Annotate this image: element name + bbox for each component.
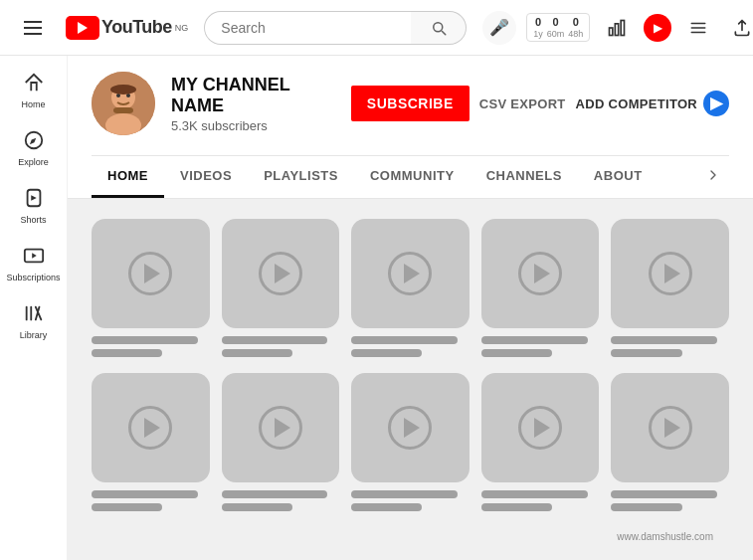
video-thumbnail-7 xyxy=(222,373,340,482)
stat-label-2: 60m xyxy=(547,29,565,40)
video-meta-line-3 xyxy=(351,349,422,357)
csv-export-button[interactable]: CSV EXPORT xyxy=(479,96,566,111)
sidebar-item-explore[interactable]: Explore xyxy=(4,121,64,175)
search-input[interactable] xyxy=(204,11,411,45)
video-title-line-7 xyxy=(222,490,328,498)
play-circle-6 xyxy=(128,406,172,450)
sidebar-item-subscriptions[interactable]: Subscriptions xyxy=(4,237,64,290)
video-title-line-4 xyxy=(481,336,588,344)
sidebar-item-shorts-label: Shorts xyxy=(20,215,46,225)
video-title-line-5 xyxy=(611,336,717,344)
video-card-7[interactable] xyxy=(222,373,340,511)
play-arrow-icon-2 xyxy=(275,264,290,283)
stat-label-1: 1y xyxy=(533,29,543,40)
video-title-line-8 xyxy=(351,490,458,498)
top-navigation: YouTubeNG 🎤 0 1y 0 60m 0 48h xyxy=(0,0,753,56)
channel-subscribers: 5.3K subscribers xyxy=(171,118,335,133)
nav-right: 🎤 0 1y 0 60m 0 48h ▶ xyxy=(482,11,753,45)
video-meta-line-6 xyxy=(92,503,162,511)
mic-button[interactable]: 🎤 xyxy=(482,11,516,45)
video-title-line-2 xyxy=(222,336,328,344)
stat-zero-1: 0 1y xyxy=(533,16,543,40)
video-meta-line-5 xyxy=(611,349,681,357)
video-card-3[interactable] xyxy=(351,219,470,357)
tabs-scroll-right[interactable] xyxy=(697,159,729,195)
play-arrow-icon-9 xyxy=(534,418,550,438)
play-circle-5 xyxy=(649,252,692,295)
video-card-6[interactable] xyxy=(92,373,210,511)
video-title-line-9 xyxy=(481,490,588,498)
hamburger-icon xyxy=(24,21,42,35)
youtube-country-code: NG xyxy=(175,23,189,33)
video-row-2 xyxy=(92,373,729,511)
video-title-line-1 xyxy=(92,336,198,344)
stat-num-1: 0 xyxy=(535,16,541,29)
stat-num-3: 0 xyxy=(573,16,579,29)
video-meta-line-7 xyxy=(222,503,292,511)
play-arrow-icon-3 xyxy=(404,264,420,283)
subscribe-button[interactable]: SUBSCRIBE xyxy=(351,86,470,121)
tab-channels[interactable]: CHANNELS xyxy=(471,156,578,198)
channel-avatar xyxy=(92,72,155,135)
video-title-line-10 xyxy=(611,490,717,498)
sidebar-item-library[interactable]: Library xyxy=(4,294,64,348)
play-button[interactable]: ▶ xyxy=(644,14,671,42)
video-thumbnail-10 xyxy=(611,373,729,482)
tab-videos[interactable]: VIDEOS xyxy=(164,156,248,198)
upload-button[interactable] xyxy=(725,11,753,45)
video-card-10[interactable] xyxy=(611,373,729,511)
video-card-5[interactable] xyxy=(611,219,729,357)
svg-rect-1 xyxy=(616,23,619,35)
sidebar-item-library-label: Library xyxy=(20,330,48,340)
video-card-9[interactable] xyxy=(481,373,600,511)
video-card-1[interactable] xyxy=(92,219,210,357)
stat-label-3: 48h xyxy=(568,29,583,40)
tab-home[interactable]: HOME xyxy=(92,156,164,198)
tab-community[interactable]: COMMUNITY xyxy=(354,156,471,198)
play-arrow-icon-5 xyxy=(664,264,680,283)
video-card-2[interactable] xyxy=(222,219,340,357)
svg-point-22 xyxy=(110,85,136,94)
play-circle-10 xyxy=(649,406,692,450)
main-layout: Home Explore Shorts Subscriptions Librar… xyxy=(0,56,753,560)
video-card-4[interactable] xyxy=(481,219,600,357)
analytics-icon xyxy=(607,18,627,38)
menu-icon xyxy=(689,19,707,37)
add-competitor-label: ADD COMPETITOR xyxy=(576,96,697,111)
video-thumbnail-8 xyxy=(351,373,470,482)
channel-avatar-image xyxy=(92,72,155,135)
hamburger-button[interactable] xyxy=(16,11,50,45)
play-circle-1 xyxy=(128,252,172,295)
subscriptions-icon xyxy=(23,245,45,270)
menu-button[interactable] xyxy=(681,11,715,45)
video-title-line-3 xyxy=(351,336,458,344)
video-info-9 xyxy=(481,490,600,511)
video-grid: www.damshustle.com xyxy=(68,199,753,560)
stat-zero-3: 0 48h xyxy=(568,16,583,40)
mic-icon: 🎤 xyxy=(489,18,509,37)
video-thumbnail-4 xyxy=(481,219,600,328)
nav-left: YouTubeNG xyxy=(16,11,188,45)
sidebar-item-shorts[interactable]: Shorts xyxy=(4,179,64,233)
add-competitor-button[interactable]: ADD COMPETITOR ▶ xyxy=(576,91,729,116)
play-circle-9 xyxy=(518,406,562,450)
sidebar-item-home-label: Home xyxy=(21,99,45,109)
play-arrow-icon xyxy=(144,264,160,283)
main-content: MY CHANNEL NAME 5.3K subscribers SUBSCRI… xyxy=(68,56,753,560)
video-card-8[interactable] xyxy=(351,373,470,511)
channel-tabs: HOME VIDEOS PLAYLISTS COMMUNITY CHANNELS… xyxy=(92,155,729,198)
video-thumbnail-1 xyxy=(92,219,210,328)
analytics-button[interactable] xyxy=(600,11,634,45)
video-thumbnail-3 xyxy=(351,219,470,328)
channel-meta: MY CHANNEL NAME 5.3K subscribers xyxy=(171,75,335,133)
video-info-8 xyxy=(351,490,470,511)
tab-playlists[interactable]: PLAYLISTS xyxy=(248,156,354,198)
video-meta-line-8 xyxy=(351,503,422,511)
channel-header: MY CHANNEL NAME 5.3K subscribers SUBSCRI… xyxy=(68,56,753,199)
search-icon xyxy=(430,19,448,37)
tab-about[interactable]: ABOUT xyxy=(578,156,659,198)
search-button[interactable] xyxy=(411,11,467,45)
sidebar-item-home[interactable]: Home xyxy=(4,64,64,117)
video-thumbnail-5 xyxy=(611,219,729,328)
video-meta-line-10 xyxy=(611,503,681,511)
